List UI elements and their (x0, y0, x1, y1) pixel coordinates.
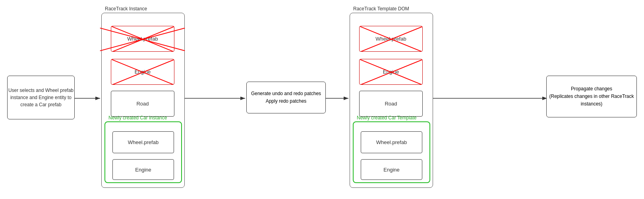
rt-engine-label: Engine (135, 69, 151, 75)
diagram-container: User selects and Wheel prefab instance a… (0, 0, 644, 199)
racetrack-instance-label: RaceTrack Instance (105, 6, 147, 12)
car-instance-wheel-box: Wheel.prefab (112, 131, 174, 153)
car-template-engine-box: Engine (361, 159, 422, 180)
svg-line-6 (111, 26, 174, 51)
rtd-road-box: Road (359, 91, 423, 117)
car-instance-engine-box: Engine (112, 159, 174, 180)
car-instance-wheel-label: Wheel.prefab (128, 139, 159, 145)
user-action-node: User selects and Wheel prefab instance a… (7, 76, 75, 119)
car-instance-engine-label: Engine (135, 167, 151, 173)
rtd-engine-label: Engine (383, 69, 399, 75)
generate-label: Generate undo and redo patchesApply redo… (251, 90, 321, 105)
racetrack-template-label: RaceTrack Template DOM (353, 6, 409, 12)
car-template-wheel-label: Wheel.prefab (376, 139, 407, 145)
rt-wheel-label: Wheel.prefab (127, 36, 158, 42)
rtd-wheel-label: Wheel.prefab (375, 36, 406, 42)
generate-node: Generate undo and redo patchesApply redo… (246, 82, 326, 113)
rt-engine-box: Engine (111, 59, 174, 85)
user-action-label: User selects and Wheel prefab instance a… (8, 87, 74, 108)
rt-road-label: Road (136, 101, 149, 107)
car-instance-label: Newly created Car Instance (108, 115, 167, 121)
rtd-wheel-box: Wheel.prefab (359, 26, 423, 52)
rt-wheel-box: Wheel.prefab (111, 26, 174, 52)
car-template-wheel-box: Wheel.prefab (361, 131, 422, 153)
car-template-label: Newly created Car Template (357, 115, 417, 121)
car-template-engine-label: Engine (383, 167, 399, 173)
propagate-node: Propagate changes(Replicates changes in … (546, 76, 637, 117)
rt-road-box: Road (111, 91, 174, 117)
svg-line-5 (111, 26, 174, 51)
rtd-road-label: Road (385, 101, 397, 107)
propagate-label: Propagate changes(Replicates changes in … (547, 85, 636, 108)
rtd-engine-box: Engine (359, 59, 423, 85)
